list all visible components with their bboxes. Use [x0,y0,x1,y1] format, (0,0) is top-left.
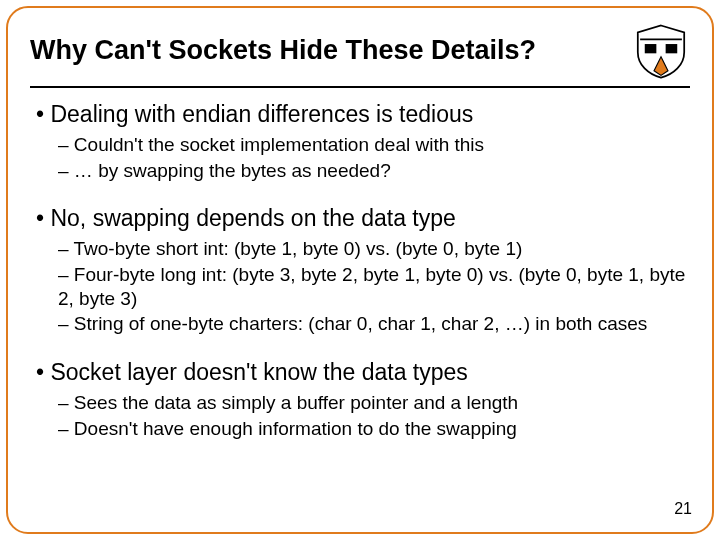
svg-rect-0 [645,44,657,53]
bullet-text: Four-byte long int: (byte 3, byte 2, byt… [58,264,685,309]
bullet-text: String of one-byte charters: (char 0, ch… [74,313,647,334]
spacer [30,184,690,198]
bullet-text: Doesn't have enough information to do th… [74,418,517,439]
bullet-level2: Four-byte long int: (byte 3, byte 2, byt… [58,263,690,311]
bullet-level1: No, swapping depends on the data type [36,204,690,233]
slide-title: Why Can't Sockets Hide These Details? [30,35,536,66]
slide: Why Can't Sockets Hide These Details? De… [0,0,720,540]
spacer [30,338,690,352]
title-underline [30,86,690,88]
bullet-text: No, swapping depends on the data type [50,205,455,231]
bullet-text: Sees the data as simply a buffer pointer… [74,392,518,413]
bullet-text: Couldn't the socket implementation deal … [74,134,484,155]
bullet-level2: Doesn't have enough information to do th… [58,417,690,441]
bullet-level2: … by swapping the bytes as needed? [58,159,690,183]
svg-rect-1 [666,44,678,53]
bullet-level1: Socket layer doesn't know the data types [36,358,690,387]
bullet-level2: Sees the data as simply a buffer pointer… [58,391,690,415]
shield-icon [632,22,690,80]
slide-frame: Why Can't Sockets Hide These Details? De… [6,6,714,534]
bullet-level2: String of one-byte charters: (char 0, ch… [58,312,690,336]
bullet-text: … by swapping the bytes as needed? [74,160,391,181]
bullet-text: Dealing with endian differences is tedio… [50,101,473,127]
bullet-text: Socket layer doesn't know the data types [50,359,467,385]
bullet-level2: Two-byte short int: (byte 1, byte 0) vs.… [58,237,690,261]
page-number: 21 [674,500,692,518]
slide-header: Why Can't Sockets Hide These Details? [30,22,690,86]
slide-body: Dealing with endian differences is tedio… [30,100,690,440]
bullet-text: Two-byte short int: (byte 1, byte 0) vs.… [74,238,523,259]
bullet-level2: Couldn't the socket implementation deal … [58,133,690,157]
bullet-level1: Dealing with endian differences is tedio… [36,100,690,129]
